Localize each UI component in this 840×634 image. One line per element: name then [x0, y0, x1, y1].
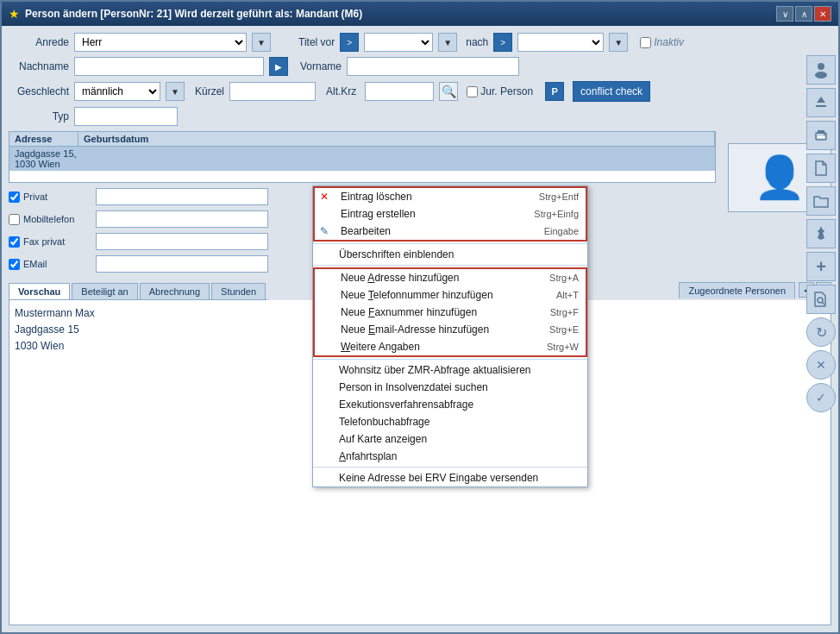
privat-checkbox[interactable] — [9, 191, 20, 203]
inaktiv-label: Inaktiv — [654, 36, 684, 48]
nach-btn[interactable]: > — [493, 33, 512, 52]
svg-rect-5 — [818, 130, 824, 134]
person-icon — [812, 61, 830, 78]
ctx-bearbeiten[interactable]: ✎ Bearbeiten Eingabe — [315, 223, 586, 240]
tab-abrechnung[interactable]: Abrechnung — [140, 283, 210, 299]
ctx-neue-fax-shortcut: Strg+F — [550, 307, 579, 317]
ctx-weitere-angaben-shortcut: Strg+W — [547, 342, 579, 352]
ctx-anfahrtsplan-label: Anfahrtsplan — [339, 450, 397, 462]
ctx-uberschriften[interactable]: Überschriften einblenden — [313, 246, 587, 263]
titel-vor-label: Titel vor — [298, 36, 335, 48]
sidebar-pin-btn[interactable] — [806, 219, 836, 248]
ctx-neue-fax-label: Neue Faxnummer hinzufügen — [341, 306, 477, 318]
address-row-wrapper: Adresse Geburtsdatum Jagdgasse 15, 1030 … — [9, 131, 716, 183]
ctx-wohnsitz-zmr[interactable]: Wohnsitz über ZMR-Abfrage aktualisieren — [313, 361, 587, 379]
sidebar-confirm-btn[interactable]: ✓ — [806, 383, 836, 412]
nach-dropdown-btn[interactable]: ▼ — [609, 33, 628, 52]
titel-vor-dropdown-btn[interactable]: ▼ — [438, 33, 457, 52]
p-button[interactable]: P — [545, 82, 564, 101]
ctx-neue-fax[interactable]: Neue Faxnummer hinzufügen Strg+F — [315, 304, 586, 321]
inaktiv-checkbox-wrapper: Inaktiv — [640, 36, 684, 48]
address-value: Jagdgasse 15, 1030 Wien — [15, 148, 84, 169]
ctx-neue-email[interactable]: Neue Email-Adresse hinzufügen Strg+E — [315, 321, 586, 338]
close-button[interactable]: ✕ — [814, 6, 831, 22]
anrede-dropdown-btn[interactable]: ▼ — [252, 33, 271, 52]
ctx-section-2: Neue Adresse hinzufügen Strg+A Neue Tele… — [313, 267, 587, 357]
restore-button[interactable]: ∧ — [795, 6, 812, 22]
ctx-keine-adresse[interactable]: Keine Adresse bei ERV Eingabe versenden — [313, 469, 587, 486]
kuerzel-input[interactable] — [229, 82, 316, 101]
geburtsdatum-value — [84, 148, 710, 169]
titlebar-controls: ∨ ∧ ✕ — [776, 6, 831, 22]
sidebar-person-btn[interactable] — [806, 55, 836, 85]
ctx-edit-icon: ✎ — [320, 225, 329, 237]
person-placeholder-icon: 👤 — [754, 154, 806, 202]
pin-icon — [814, 226, 828, 242]
address-data-row: Jagdgasse 15, 1030 Wien — [9, 147, 715, 171]
svg-marker-3 — [817, 97, 825, 103]
sidebar-cancel-btn[interactable]: ✕ — [806, 350, 836, 380]
sidebar-add-btn[interactable]: + — [806, 252, 836, 281]
svg-rect-6 — [818, 136, 824, 138]
mobiltelefon-checkbox[interactable] — [9, 214, 20, 225]
conflict-check-button[interactable]: conflict check — [573, 81, 650, 102]
ctx-insolvenzdatei[interactable]: Person in Insolvenzdatei suchen — [313, 379, 587, 396]
vorname-label: Vorname — [300, 60, 342, 72]
minimize-button[interactable]: ∨ — [776, 6, 793, 22]
sidebar-folder-btn[interactable] — [806, 186, 836, 216]
upload-icon — [813, 95, 829, 110]
alt-krz-input[interactable] — [365, 82, 434, 101]
vorname-input[interactable]: Max — [347, 57, 519, 76]
ctx-telefonbuch[interactable]: Telefonbuchabfrage — [313, 413, 587, 430]
email-checkbox[interactable] — [9, 259, 20, 270]
ctx-neue-adresse[interactable]: Neue Adresse hinzufügen Strg+A — [315, 269, 586, 286]
alt-krz-label: Alt.Krz — [326, 85, 356, 97]
magnify-btn[interactable]: 🔍 — [439, 82, 458, 101]
ctx-anfahrtsplan[interactable]: Anfahrtsplan — [313, 448, 587, 465]
ctx-karte[interactable]: Auf Karte anzeigen — [313, 430, 587, 448]
address-geburtsdatum-header: Geburtsdatum — [78, 132, 715, 146]
nach-select[interactable] — [517, 33, 604, 52]
nach-label: nach — [466, 36, 488, 48]
row-anrede: Anrede Herr ▼ Titel vor > ▼ nach > ▼ Ina… — [9, 33, 831, 52]
anrede-select[interactable]: Herr — [74, 33, 247, 52]
titel-vor-select[interactable] — [364, 33, 433, 52]
ctx-exekutionsverfahren-label: Exekutionsverfahrensabfrage — [339, 399, 473, 411]
window-title: Person ändern [PersonNr: 21] Wird derzei… — [25, 8, 362, 20]
svg-line-10 — [822, 302, 824, 304]
typ-input[interactable] — [74, 107, 178, 126]
nachname-arrow-btn[interactable]: ▶ — [269, 57, 288, 76]
sidebar-newdoc-btn[interactable] — [806, 154, 836, 183]
tab-beteiligt[interactable]: Beteiligt an — [72, 283, 137, 299]
geschlecht-select[interactable]: männlich — [74, 82, 160, 101]
jur-person-checkbox[interactable] — [467, 86, 478, 97]
privat-label: Privat — [23, 191, 92, 202]
ctx-neue-email-shortcut: Strg+E — [549, 324, 579, 335]
ctx-neue-telefon[interactable]: Neue Telefonnummer hinzufügen Alt+T — [315, 286, 586, 304]
sidebar-search-doc-btn[interactable] — [806, 285, 836, 314]
sidebar-print-btn[interactable] — [806, 121, 836, 150]
ctx-eintrag-loeschen[interactable]: ✕ Eintrag löschen Strg+Entf — [315, 188, 586, 205]
mobiltelefon-input[interactable] — [96, 210, 268, 228]
inaktiv-checkbox[interactable] — [640, 37, 651, 48]
geschlecht-dropdown-btn[interactable]: ▼ — [166, 82, 185, 101]
tab-vorschau[interactable]: Vorschau — [9, 283, 70, 299]
sidebar-upload-btn[interactable] — [806, 88, 836, 117]
ctx-weitere-angaben[interactable]: Weitere Angaben Strg+W — [315, 338, 586, 355]
email-input[interactable] — [96, 255, 268, 273]
ctx-neue-adresse-shortcut: Strg+A — [549, 273, 579, 283]
ctx-keine-adresse-label: Keine Adresse bei ERV Eingabe versenden — [339, 472, 538, 484]
geschlecht-label: Geschlecht — [9, 85, 69, 97]
privat-input[interactable] — [96, 188, 268, 205]
fax-checkbox[interactable] — [9, 236, 20, 248]
tab-zugeordnete[interactable]: Zugeordnete Personen — [679, 282, 795, 298]
svg-point-0 — [818, 63, 824, 70]
titel-vor-btn[interactable]: > — [340, 33, 359, 52]
fax-input[interactable] — [96, 233, 268, 250]
ctx-eintrag-erstellen-shortcut: Strg+Einfg — [534, 209, 579, 219]
sidebar-refresh-btn[interactable]: ↻ — [806, 317, 836, 347]
nachname-input[interactable]: Mustermann — [74, 57, 264, 76]
tab-stunden[interactable]: Stunden — [211, 283, 266, 299]
ctx-eintrag-erstellen[interactable]: Eintrag erstellen Strg+Einfg — [315, 205, 586, 223]
ctx-exekutionsverfahren[interactable]: Exekutionsverfahrensabfrage — [313, 396, 587, 413]
